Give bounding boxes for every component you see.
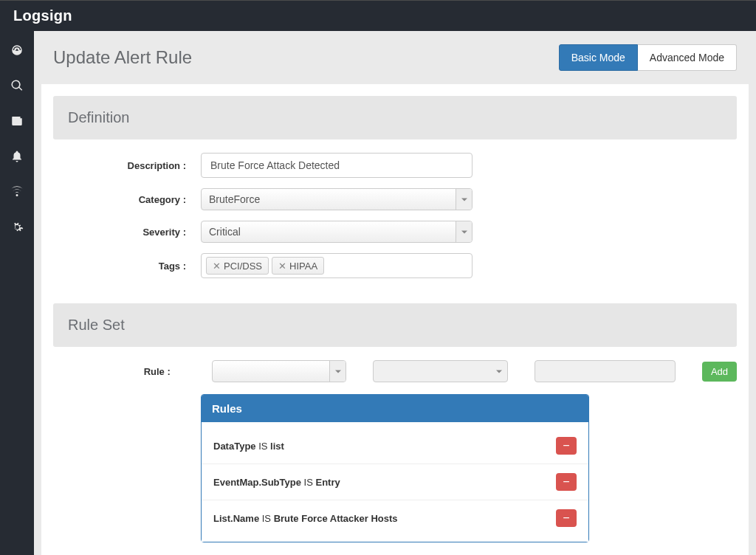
search-icon[interactable] <box>10 78 24 93</box>
rule-item: List.Name IS Brute Force Attacker Hosts− <box>202 500 588 536</box>
chevron-down-icon <box>456 189 472 210</box>
rule-value-input[interactable] <box>535 360 676 382</box>
rule-operator: IS <box>301 477 316 488</box>
ruleset-heading: Rule Set <box>53 303 737 347</box>
remove-rule-button[interactable]: − <box>556 437 577 455</box>
remove-rule-button[interactable]: − <box>556 473 577 491</box>
rule-field-select[interactable] <box>212 360 347 382</box>
rule-operator-select[interactable] <box>373 360 508 382</box>
description-label: Description : <box>53 160 201 171</box>
tags-input[interactable]: ✕PCI/DSS✕HIPAA <box>201 253 472 278</box>
tags-label: Tags : <box>53 261 201 272</box>
bell-icon[interactable] <box>10 149 24 164</box>
rule-operator: IS <box>259 513 274 524</box>
gear-icon[interactable] <box>10 220 24 235</box>
rule-label: Rule : <box>53 366 185 377</box>
sidebar <box>0 31 34 555</box>
add-rule-button[interactable]: Add <box>702 362 737 382</box>
rule-item: DataType IS list− <box>202 428 588 464</box>
severity-label: Severity : <box>53 227 201 238</box>
dashboard-icon[interactable] <box>10 43 24 58</box>
category-value: BruteForce <box>209 193 260 205</box>
rule-field: List.Name <box>213 513 259 524</box>
description-input[interactable] <box>201 153 472 178</box>
remove-rule-button[interactable]: − <box>556 509 577 527</box>
page-title: Update Alert Rule <box>53 47 192 68</box>
severity-select[interactable]: Critical <box>201 221 472 243</box>
chevron-down-icon <box>491 361 507 382</box>
rule-item: EventMap.SubType IS Entry− <box>202 464 588 500</box>
rules-panel: Rules DataType IS list−EventMap.SubType … <box>201 394 589 542</box>
definition-heading: Definition <box>53 96 737 139</box>
tag-label: PCI/DSS <box>224 261 262 272</box>
chevron-down-icon <box>456 221 472 242</box>
topbar: Logsign <box>0 0 756 31</box>
page-header: Update Alert Rule Basic Mode Advanced Mo… <box>34 31 756 84</box>
category-select[interactable]: BruteForce <box>201 188 472 210</box>
tag-remove-icon[interactable]: ✕ <box>213 261 221 272</box>
severity-value: Critical <box>209 226 241 238</box>
tag-remove-icon[interactable]: ✕ <box>278 261 286 272</box>
chevron-down-icon <box>329 361 346 382</box>
news-icon[interactable] <box>10 114 24 128</box>
rule-value: Entry <box>315 477 340 488</box>
tag-label: HIPAA <box>289 261 317 272</box>
wifi-icon[interactable] <box>10 185 24 199</box>
rule-field: EventMap.SubType <box>213 477 301 488</box>
app-logo: Logsign <box>13 7 72 24</box>
mode-toggle: Basic Mode Advanced Mode <box>559 44 737 71</box>
advanced-mode-button[interactable]: Advanced Mode <box>638 44 737 71</box>
tag-chip: ✕PCI/DSS <box>206 257 269 275</box>
rule-field: DataType <box>213 441 256 452</box>
rule-value: Brute Force Attacker Hosts <box>274 513 398 524</box>
content: Definition Description : Category : Brut… <box>41 84 749 555</box>
category-label: Category : <box>53 194 201 205</box>
tag-chip: ✕HIPAA <box>272 257 324 275</box>
basic-mode-button[interactable]: Basic Mode <box>559 44 638 71</box>
rules-panel-heading: Rules <box>202 395 588 422</box>
page: Update Alert Rule Basic Mode Advanced Mo… <box>34 31 756 555</box>
rule-operator: IS <box>256 441 271 452</box>
rule-value: list <box>270 441 284 452</box>
